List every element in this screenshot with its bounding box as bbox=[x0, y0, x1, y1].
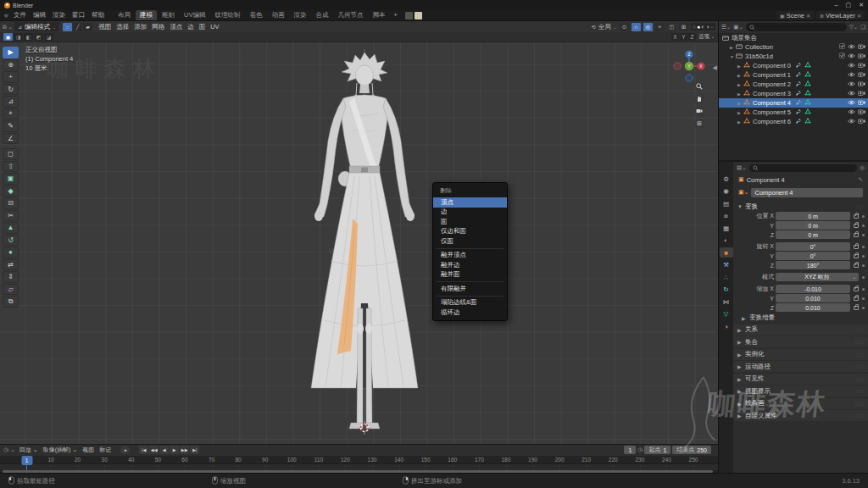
outliner-row-Component 3[interactable]: ▶Component 3 bbox=[719, 89, 868, 98]
mesh-data-icon[interactable] bbox=[804, 71, 811, 79]
properties-tab-world[interactable]: ◐ bbox=[720, 236, 733, 246]
animate-dot-button[interactable] bbox=[862, 225, 865, 227]
bevel-tool[interactable]: ◆ bbox=[3, 186, 19, 197]
editor-type-icon[interactable]: ⧉ ⌄ bbox=[3, 24, 13, 30]
properties-tab-scene[interactable]: ▦ bbox=[720, 223, 733, 233]
lock-icon[interactable] bbox=[854, 297, 859, 301]
workspace-tab-5[interactable]: 着色 bbox=[245, 10, 266, 20]
panel-集合[interactable]: ▶集合∷∷ bbox=[733, 336, 868, 347]
mirror-axis-x[interactable]: X bbox=[671, 33, 679, 41]
panel-关系[interactable]: ▶关系∷∷ bbox=[733, 324, 868, 336]
viewport-menu-3[interactable]: 网格 bbox=[149, 23, 167, 31]
next-keyframe-button[interactable]: ▶▶ bbox=[180, 446, 189, 454]
viewport-menu-5[interactable]: 边 bbox=[185, 23, 197, 31]
viewport-menu-4[interactable]: 顶点 bbox=[167, 23, 185, 31]
rotate-tool[interactable]: ↻ bbox=[3, 84, 19, 96]
material-shading-button[interactable]: ◐ bbox=[701, 24, 704, 30]
value-field[interactable]: 0° bbox=[776, 242, 850, 251]
menu-item-循环边[interactable]: 循环边 bbox=[433, 308, 507, 318]
hide-viewport-toggle[interactable] bbox=[848, 99, 855, 107]
wireframe-shading-button[interactable]: ○ bbox=[693, 24, 696, 30]
lock-icon[interactable] bbox=[854, 233, 859, 237]
expand-arrow-icon[interactable]: ▶ bbox=[737, 73, 742, 78]
outliner-row-Component 0[interactable]: ▶Component 0 bbox=[719, 61, 868, 70]
timeline-editor-icon[interactable]: ◷ ⌄ bbox=[3, 446, 15, 453]
disable-render-toggle[interactable] bbox=[858, 80, 865, 88]
topbar-menu-2[interactable]: 渲染 bbox=[49, 10, 69, 20]
tool-options-dropdown[interactable]: 选项 ⌄ bbox=[698, 33, 715, 41]
menu-item-融并边[interactable]: 融并边 bbox=[433, 260, 507, 270]
measure-tool[interactable]: ∠ bbox=[3, 133, 19, 145]
zoom-button[interactable] bbox=[694, 81, 704, 92]
disable-render-toggle[interactable] bbox=[858, 118, 865, 125]
pin-icon[interactable]: ✎ bbox=[859, 176, 863, 183]
current-frame-marker[interactable]: 1 bbox=[21, 456, 32, 465]
move-tool[interactable]: + bbox=[3, 71, 19, 83]
expand-arrow-icon[interactable]: ▶ bbox=[737, 82, 742, 87]
timeline-track-area[interactable] bbox=[0, 464, 718, 470]
menu-item-面[interactable]: 面 bbox=[433, 217, 507, 227]
disable-render-toggle[interactable] bbox=[858, 108, 865, 116]
cursor-tool[interactable]: ⊕ bbox=[3, 59, 19, 71]
delta-transform-panel[interactable]: ▶ 变换增量 bbox=[733, 313, 868, 323]
properties-search-input[interactable] bbox=[749, 164, 858, 172]
lock-icon[interactable] bbox=[854, 287, 859, 291]
unlink-scene-icon[interactable]: ✕ bbox=[806, 13, 810, 19]
add-cube-tool[interactable]: ◻ bbox=[3, 148, 19, 160]
mode-dropdown[interactable]: ⊿ 编辑模式 ⌄ bbox=[14, 22, 59, 31]
animate-dot-button[interactable] bbox=[862, 264, 865, 267]
outliner-row-Component 4[interactable]: ▶Component 4 bbox=[719, 98, 868, 108]
panel-自定义属性[interactable]: ▶自定义属性∷∷ bbox=[733, 410, 868, 421]
topbar-menu-4[interactable]: 帮助 bbox=[88, 10, 108, 20]
expand-arrow-icon[interactable]: ▶ bbox=[737, 110, 742, 115]
animate-dot-button[interactable] bbox=[862, 234, 865, 236]
timeline-menu-3[interactable]: 标记 bbox=[97, 446, 113, 454]
lock-icon[interactable] bbox=[854, 254, 859, 258]
face-select-button[interactable]: ▰ bbox=[83, 23, 92, 31]
properties-tab-particles[interactable]: ∴ bbox=[720, 272, 733, 282]
menu-item-顶点[interactable]: 顶点 bbox=[433, 197, 507, 208]
lock-icon[interactable] bbox=[854, 224, 859, 228]
filter-icon[interactable]: ▽⌄ bbox=[849, 24, 858, 30]
lock-icon[interactable] bbox=[854, 263, 859, 268]
viewport-menu-6[interactable]: 面 bbox=[197, 23, 209, 31]
menu-item-边[interactable]: 边 bbox=[433, 208, 507, 218]
properties-tab-tool[interactable]: ⚙ bbox=[720, 174, 733, 184]
select-box-tool[interactable]: ▶ bbox=[3, 47, 19, 58]
mesh-data-icon[interactable] bbox=[804, 118, 811, 125]
scene-selector[interactable]: ▣ Scene ✕ bbox=[776, 11, 814, 19]
maximize-button[interactable]: ▢ bbox=[846, 2, 852, 8]
expand-arrow-icon[interactable]: ▶ bbox=[737, 119, 742, 125]
mirror-axis-z[interactable]: Z bbox=[688, 33, 696, 41]
camera-view-button[interactable] bbox=[694, 106, 704, 116]
select-new-button[interactable]: ▣ bbox=[3, 33, 13, 41]
expand-arrow-icon[interactable]: ▶ bbox=[730, 45, 734, 50]
value-field[interactable]: 0 m bbox=[776, 230, 850, 239]
disable-render-toggle[interactable] bbox=[858, 71, 865, 79]
rotation-mode-dropdown[interactable]: XYZ 欧拉⌄ bbox=[776, 273, 859, 281]
outliner-search-input[interactable] bbox=[746, 23, 847, 31]
modifier-icon[interactable] bbox=[795, 80, 801, 88]
sidebar-toggle-arrow[interactable]: ◀ bbox=[713, 64, 717, 71]
panel-运动路径[interactable]: ▶运动路径∷∷ bbox=[733, 361, 868, 372]
outliner-row-Component 1[interactable]: ▶Component 1 bbox=[719, 70, 868, 80]
close-button[interactable]: ✕ bbox=[859, 2, 864, 8]
lock-icon[interactable] bbox=[854, 306, 859, 310]
animate-dot-button[interactable] bbox=[862, 307, 865, 309]
timeline-ruler[interactable]: 1020304050607080901001101201301401501601… bbox=[0, 456, 718, 465]
outliner-row-Component 5[interactable]: ▶Component 5 bbox=[719, 108, 868, 117]
lock-icon[interactable] bbox=[854, 245, 859, 249]
select-intersect-button[interactable]: ◪ bbox=[44, 33, 53, 41]
minimize-button[interactable]: – bbox=[835, 2, 838, 8]
proportional-editing-toggle[interactable]: ◎ bbox=[643, 23, 653, 31]
knife-tool[interactable]: ✂ bbox=[3, 210, 19, 222]
animate-dot-button[interactable] bbox=[862, 246, 865, 248]
hide-viewport-toggle[interactable] bbox=[848, 80, 855, 88]
jump-to-end-button[interactable]: ▶| bbox=[190, 446, 199, 454]
pin-id-icon[interactable]: ◎ bbox=[860, 164, 865, 171]
animate-dot-button[interactable] bbox=[862, 288, 865, 291]
snap-magnet-toggle[interactable]: ∩ bbox=[632, 23, 641, 31]
workspace-tab-1[interactable]: 建模 bbox=[136, 10, 157, 20]
expand-arrow-icon[interactable]: ▼ bbox=[730, 54, 734, 59]
timeline-menu-1[interactable]: 取像(插帧) ⌄ bbox=[42, 446, 79, 454]
